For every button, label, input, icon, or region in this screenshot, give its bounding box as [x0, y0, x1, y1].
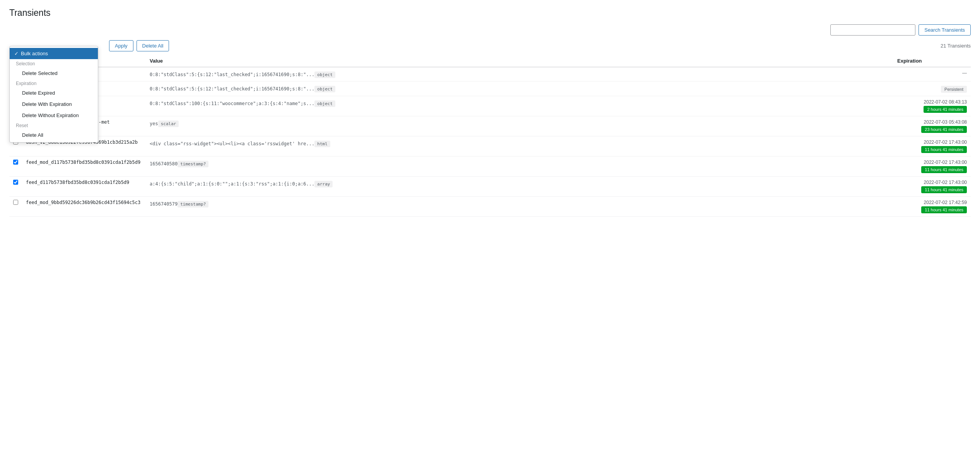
dropdown-item-delete-with-expiration[interactable]: Delete With Expiration — [10, 99, 98, 110]
page-title: Transients — [9, 8, 971, 18]
exp-badge: 2 hours 41 minutes — [924, 106, 967, 113]
exp-badge: 11 hours 41 minutes — [921, 186, 967, 193]
dropdown-separator-selection: Selection — [10, 59, 98, 68]
exp-date: 2022-07-02 17:43:00 — [897, 139, 967, 145]
exp-date: 2022-07-02 17:43:00 — [897, 180, 967, 185]
exp-badge: 11 hours 41 minutes — [921, 166, 967, 173]
dropdown-item-delete-without-expiration[interactable]: Delete Without Expiration — [10, 110, 98, 121]
exp-badge: 11 hours 41 minutes — [921, 206, 967, 213]
search-area: Search Transients — [830, 24, 971, 36]
row-expiration: 2022-07-02 17:42:5911 hours 41 minutes — [893, 197, 971, 217]
row-value: 0:8:"stdClass":5:{s:12:"last_checked";i:… — [146, 67, 893, 82]
type-badge: timestamp? — [178, 201, 208, 207]
table-row: feed_mod_9bbd59226dc36b9b26cd43f15694c5c… — [9, 197, 971, 217]
type-badge: timestamp? — [178, 161, 208, 167]
top-bar: Search Transients — [9, 24, 971, 36]
transients-count: 21 Transients — [941, 43, 971, 49]
type-badge: array — [314, 181, 333, 187]
exp-date: 2022-07-02 17:43:00 — [897, 160, 967, 165]
row-value: 0:8:"stdClass":5:{s:12:"last_checked";i:… — [146, 82, 893, 96]
actions-row: ✓ Bulk actions Selection Delete Selected… — [9, 40, 971, 51]
dropdown-separator-reset: Reset — [10, 121, 98, 129]
type-badge: object — [314, 71, 335, 78]
row-value: a:4:{s:5:"child";a:1:{s:0:"";a:1:{s:3:"r… — [146, 177, 893, 197]
row-value: 1656740579timestamp? — [146, 197, 893, 217]
exp-date: 2022-07-02 17:42:59 — [897, 200, 967, 205]
row-value: <div class="rss-widget"><ul><li><a class… — [146, 136, 893, 156]
dropdown-separator-expiration: Expiration — [10, 79, 98, 87]
table-row: 0:8:"stdClass":5:{s:12:"last_checked";i:… — [9, 82, 971, 96]
row-expiration: 2022-07-02 08:43:132 hours 41 minutes — [893, 96, 971, 116]
col-value: Value — [146, 54, 893, 67]
table-row: feed_mod_d117b5738fbd35bd8c0391cda1f2b5d… — [9, 156, 971, 177]
transients-table: Key Value Expiration 0:8:"stdClass":5:{s… — [9, 54, 971, 217]
search-input[interactable] — [830, 24, 915, 36]
delete-all-button[interactable]: Delete All — [137, 40, 169, 51]
dropdown-item-delete-expired[interactable]: Delete Expired — [10, 87, 98, 99]
apply-button[interactable]: Apply — [109, 40, 133, 51]
table-row: dash_v2_88ae138922fe95674369b1cb3d215a2b… — [9, 136, 971, 156]
exp-badge: 23 hours 41 minutes — [921, 126, 967, 133]
type-badge: object — [314, 86, 335, 92]
row-checkbox[interactable] — [13, 160, 18, 165]
row-value: 1656740580timestamp? — [146, 156, 893, 177]
type-badge: html — [314, 141, 330, 147]
table-row: feed_d117b5738fbd35bd8c0391cda1f2b5d9a:4… — [9, 177, 971, 197]
row-key: feed_mod_9bbd59226dc36b9b26cd43f15694c5c… — [22, 197, 146, 217]
type-badge: object — [314, 100, 335, 107]
exp-date: 2022-07-02 08:43:13 — [897, 99, 967, 105]
type-badge: scalar — [158, 121, 179, 127]
exp-badge: 11 hours 41 minutes — [921, 146, 967, 153]
row-key: feed_d117b5738fbd35bd8c0391cda1f2b5d9 — [22, 177, 146, 197]
row-expiration: 2022-07-02 17:43:0011 hours 41 minutes — [893, 177, 971, 197]
check-icon: ✓ — [14, 51, 19, 56]
table-row: 0f18aada2478b24840a0:8:"stdClass":100:{s… — [9, 96, 971, 116]
dropdown-item-delete-all-menu[interactable]: Delete All — [10, 129, 98, 141]
row-value: 0:8:"stdClass":100:{s:11:"woocommerce";a… — [146, 96, 893, 116]
dropdown-item-bulk-actions[interactable]: ✓ Bulk actions — [10, 48, 98, 59]
table-row: as-post-store-dependencies-metyesscalar2… — [9, 116, 971, 136]
row-expiration: 2022-07-03 05:43:0823 hours 41 minutes — [893, 116, 971, 136]
row-expiration: — — [893, 67, 971, 82]
search-transients-button[interactable]: Search Transients — [919, 24, 971, 36]
row-expiration: Persistent — [893, 82, 971, 96]
row-value: yesscalar — [146, 116, 893, 136]
row-checkbox[interactable] — [13, 200, 18, 205]
row-expiration: 2022-07-02 17:43:0011 hours 41 minutes — [893, 136, 971, 156]
row-checkbox[interactable] — [13, 180, 18, 185]
dropdown-item-delete-selected[interactable]: Delete Selected — [10, 68, 98, 79]
col-expiration: Expiration — [893, 54, 971, 67]
row-key: feed_mod_d117b5738fbd35bd8c0391cda1f2b5d… — [22, 156, 146, 177]
row-expiration: 2022-07-02 17:43:0011 hours 41 minutes — [893, 156, 971, 177]
dropdown-menu: ✓ Bulk actions Selection Delete Selected… — [9, 46, 98, 143]
table-row: 0:8:"stdClass":5:{s:12:"last_checked";i:… — [9, 67, 971, 82]
exp-date: 2022-07-03 05:43:08 — [897, 119, 967, 125]
